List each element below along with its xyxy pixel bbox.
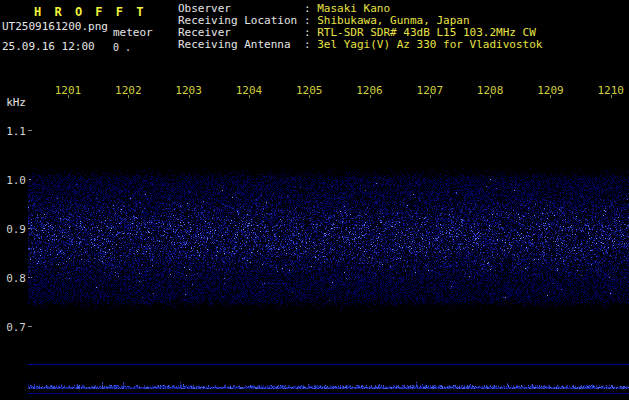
info-label: Receiving Antenna <box>178 39 304 51</box>
station-info: Observer: Masaki Kano Receiving Location… <box>178 0 629 56</box>
y-axis-unit: kHz <box>0 96 26 109</box>
meteor-label: meteor <box>113 26 153 39</box>
info-row: Receiving Antenna: 3el Yagi(V) Az 330 fo… <box>178 39 542 51</box>
signal-level-strip-canvas <box>28 362 629 396</box>
y-tick-label: 1.0 <box>0 174 26 187</box>
meteor-count: 0 . <box>113 42 131 53</box>
info-colon: : <box>304 38 317 51</box>
y-tick-label: 0.9 <box>0 223 26 236</box>
y-tick-label: 0.7 <box>0 321 26 334</box>
app-title: H R O F F T <box>34 5 146 19</box>
timestamp: 25.09.16 12:00 <box>2 40 95 53</box>
output-filename: UT2509161200.png <box>2 20 108 33</box>
info-value: 3el Yagi(V) Az 330 for Vladivostok <box>317 38 542 51</box>
y-tick-label: 1.1 <box>0 125 26 138</box>
y-tick-label: 0.8 <box>0 272 26 285</box>
spectrogram-canvas <box>28 95 629 363</box>
hrofft-output: H R O F F T UT2509161200.png meteor 25.0… <box>0 0 629 400</box>
